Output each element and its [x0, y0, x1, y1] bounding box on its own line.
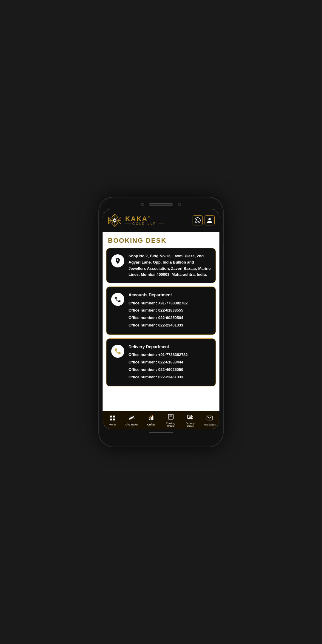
app-header: KG KAKA ® GOLD LLP [103, 209, 219, 232]
svg-rect-14 [151, 417, 152, 420]
logo-icon: KG [107, 213, 122, 228]
registered-mark: ® [148, 216, 150, 219]
profile-button[interactable] [205, 215, 215, 225]
home-bar [149, 432, 173, 433]
whatsapp-button[interactable] [193, 215, 203, 225]
svg-point-24 [189, 416, 191, 418]
svg-rect-9 [110, 416, 112, 417]
svg-rect-11 [110, 419, 112, 420]
menu-label: Menu [109, 423, 116, 426]
svg-point-22 [188, 418, 189, 419]
phone-bottom [103, 429, 219, 433]
svg-rect-10 [113, 416, 114, 417]
accounts-line-4: Office number : 022-23461333 [129, 322, 188, 329]
phone-screen: KG KAKA ® GOLD LLP [103, 209, 219, 429]
location-icon-circle [111, 254, 124, 267]
svg-point-16 [152, 415, 153, 416]
svg-line-25 [191, 417, 191, 418]
main-content: BOOKING DESK Shop No.2, Bldg No-13, Laxm… [103, 232, 219, 411]
accounts-card: Accounts Department Office number : +91-… [106, 287, 216, 335]
pending-icon [168, 414, 174, 421]
accounts-dept-text: Accounts Department Office number : +91-… [129, 292, 188, 330]
svg-rect-12 [113, 419, 114, 420]
accounts-line-1: Office number : +91-7738382782 [129, 300, 188, 306]
pending-label: PendingOrders [166, 422, 175, 428]
messages-icon [206, 415, 213, 422]
logo-text: KAKA ® GOLD LLP [125, 216, 164, 225]
accounts-dept-name: Accounts Department [129, 292, 188, 298]
nav-pending[interactable]: PendingOrders [161, 414, 180, 428]
speaker-grille [149, 203, 173, 206]
brand-name: KAKA [125, 216, 148, 222]
delivery-line-1: Office number : +91-7738382782 [129, 352, 188, 358]
delivery-line-4: Office number : 022-23461333 [129, 374, 188, 380]
front-camera [141, 203, 144, 206]
svg-text:KG: KG [114, 219, 117, 222]
phone-icon-black [114, 296, 121, 303]
phone-icon-gold [114, 348, 121, 355]
svg-rect-15 [152, 416, 154, 420]
svg-point-23 [191, 418, 192, 419]
nav-orders[interactable]: Orders [142, 415, 161, 426]
live-rates-label: Live Rates [126, 423, 138, 426]
accounts-line-2: Office number : 022-61838555 [129, 307, 188, 314]
nav-messages[interactable]: Messages [200, 415, 219, 426]
delivery-dept-text: Delivery Department Office number : +91-… [129, 343, 188, 382]
page-title: BOOKING DESK [103, 232, 219, 248]
address-text: Shop No.2, Bldg No-13, Laxmi Plaza, 2nd … [129, 253, 211, 278]
brand-tagline: GOLD LLP [125, 222, 164, 225]
address-card: Shop No.2, Bldg No-13, Laxmi Plaza, 2nd … [106, 248, 216, 283]
svg-rect-26 [207, 416, 212, 420]
svg-rect-13 [149, 419, 150, 420]
menu-icon [109, 415, 116, 422]
accounts-line-3: Office number : 022-60250504 [129, 315, 188, 321]
delivery-label: DeliveryStatus [186, 422, 195, 428]
location-icon [114, 257, 121, 264]
header-icons [193, 215, 215, 225]
orders-label: Orders [147, 423, 156, 426]
messages-label: Messages [204, 423, 216, 426]
profile-icon [207, 217, 213, 223]
delivery-line-3: Office number : 022-46025050 [129, 367, 188, 373]
delivery-phone-icon-circle [111, 345, 124, 358]
delivery-icon [187, 414, 193, 421]
nav-delivery[interactable]: DeliveryStatus [180, 414, 200, 428]
nav-live-rates[interactable]: Live Rates [122, 415, 141, 426]
live-rates-icon [129, 415, 135, 422]
accounts-phone-icon-circle [111, 293, 124, 306]
logo-area: KG KAKA ® GOLD LLP [107, 213, 164, 228]
nav-menu[interactable]: Menu [103, 415, 122, 426]
delivery-line-2: Office number : 022-61838444 [129, 359, 188, 366]
bottom-nav: Menu Live Rates [103, 411, 219, 429]
phone-top [103, 203, 219, 206]
front-camera-2 [178, 203, 181, 206]
orders-icon [148, 415, 154, 422]
whatsapp-icon [195, 217, 201, 223]
delivery-dept-name: Delivery Department [129, 343, 188, 350]
delivery-card: Delivery Department Office number : +91-… [106, 338, 216, 387]
phone-shell: KG KAKA ® GOLD LLP [98, 197, 224, 447]
